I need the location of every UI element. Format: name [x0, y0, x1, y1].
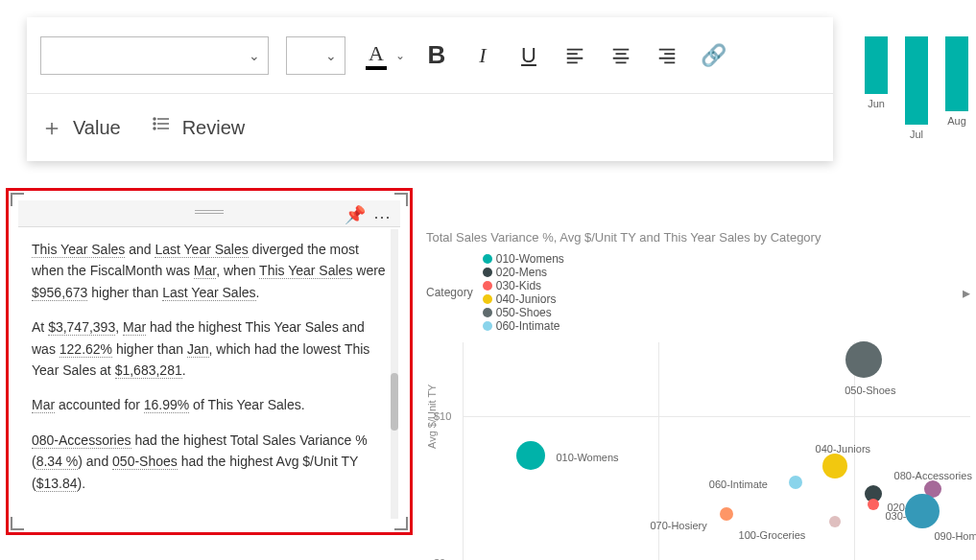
legend-item[interactable]: 010-Womens [483, 252, 564, 266]
align-left-button[interactable] [560, 36, 589, 75]
text-format-toolbar: ⌄ ⌄ A ⌄ B I U 🔗 ＋Value Review [27, 17, 833, 161]
data-value: 080-Accessories [32, 432, 131, 449]
bubble-label: 050-Shoes [845, 385, 895, 396]
data-value: 8.34 % [36, 454, 79, 470]
plus-icon: ＋ [40, 112, 63, 143]
align-center-button[interactable] [607, 36, 635, 75]
bubble-010-Womens[interactable] [516, 441, 545, 470]
data-value: Mar [123, 319, 146, 336]
pin-icon[interactable]: 📌 [345, 204, 366, 225]
bubble-label: 080-Accessories [894, 470, 972, 481]
data-value: Last Year Sales [162, 285, 255, 301]
value-label: Value [73, 117, 121, 139]
background-bar-chart: Jun Jul Aug [865, 36, 968, 140]
data-value: 16.99% [144, 397, 189, 413]
data-value: Mar [32, 397, 55, 413]
legend-item[interactable]: 040-Juniors [483, 292, 564, 306]
bubble-060-Intimate[interactable] [789, 476, 802, 489]
bubble-030-Kids[interactable] [868, 499, 879, 510]
legend-title: Category [426, 286, 473, 299]
scatter-chart-visual[interactable]: Total Sales Variance %, Avg $/Unit TY an… [426, 230, 970, 554]
legend-item[interactable]: 050-Shoes [483, 306, 564, 319]
data-value: 050-Shoes [112, 454, 178, 470]
drag-handle-icon[interactable] [195, 210, 224, 216]
legend-item[interactable]: 060-Intimate [483, 319, 564, 333]
chevron-down-icon[interactable]: ⌄ [395, 49, 405, 62]
visual-header: 📌 ⋯ [18, 200, 400, 227]
bubble-label: 040-Juniors [816, 443, 870, 455]
chart-legend: Category 010-Womens020-Mens030-Kids040-J… [426, 252, 970, 333]
more-options-icon[interactable]: ⋯ [373, 206, 393, 227]
month-label: Jul [910, 128, 923, 140]
data-value: Mar [194, 263, 216, 279]
data-value: $956,673 [32, 285, 87, 301]
underline-button[interactable]: U [514, 36, 543, 75]
chevron-down-icon: ⌄ [325, 48, 337, 63]
bubble-070-Hosiery[interactable] [720, 507, 733, 521]
data-value: $3,747,393 [48, 319, 115, 336]
review-icon [150, 114, 173, 142]
bubble-050-Shoes[interactable] [845, 341, 882, 378]
bubble-label: 010-Womens [556, 452, 618, 463]
review-label: Review [182, 117, 246, 139]
narrative-text[interactable]: This Year Sales and Last Year Sales dive… [18, 227, 400, 523]
scrollbar[interactable] [391, 229, 398, 519]
legend-scroll-right-icon[interactable]: ▸ [963, 284, 970, 302]
bubble-label: 100-Groceries [739, 529, 806, 541]
smart-narrative-visual-selected: 📌 ⋯ This Year Sales and Last Year Sales … [6, 188, 413, 535]
bubble-040-Juniors[interactable] [822, 454, 847, 478]
font-family-select[interactable]: ⌄ [40, 36, 269, 75]
data-value: Last Year Sales [155, 242, 248, 258]
legend-item[interactable]: 030-Kids [483, 279, 564, 292]
font-color-button[interactable]: A [363, 41, 390, 70]
bold-button[interactable]: B [422, 36, 451, 75]
data-value: 122.62% [60, 341, 112, 358]
bubble-label: 070-Hosiery [650, 520, 706, 531]
legend-item[interactable]: 020-Mens [483, 266, 564, 279]
font-size-select[interactable]: ⌄ [286, 36, 345, 75]
review-button[interactable]: Review [150, 114, 246, 142]
bubble-label: 060-Intimate [709, 478, 768, 490]
month-label: Jun [868, 98, 885, 109]
y-tick-label: $10 [434, 410, 451, 422]
link-button[interactable]: 🔗 [699, 36, 727, 75]
add-value-button[interactable]: ＋Value [40, 112, 121, 143]
data-value: This Year Sales [259, 263, 352, 279]
month-label: Aug [947, 115, 966, 127]
chevron-down-icon: ⌄ [249, 48, 260, 63]
data-value: $13.84 [36, 476, 78, 492]
bubble-label: 090-Home [934, 530, 976, 542]
data-value: This Year Sales [32, 242, 125, 258]
data-value: $1,683,281 [115, 362, 182, 379]
data-value: Jan [187, 341, 209, 358]
align-right-button[interactable] [653, 36, 681, 75]
chart-plot-area[interactable]: Avg $/Unit TY Total Sales Variance % $0$… [463, 342, 970, 560]
bubble-090-Home[interactable] [905, 494, 940, 528]
italic-button[interactable]: I [468, 36, 497, 75]
bubble-100-Groceries[interactable] [829, 516, 841, 527]
chart-title: Total Sales Variance %, Avg $/Unit TY an… [426, 230, 970, 245]
